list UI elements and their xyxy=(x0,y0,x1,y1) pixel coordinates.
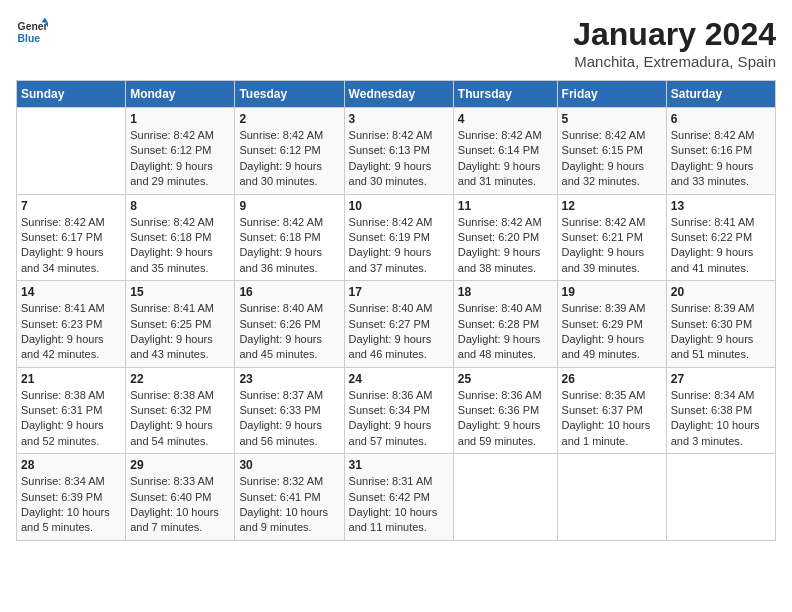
day-number: 28 xyxy=(21,458,121,472)
day-info: Sunrise: 8:35 AM Sunset: 6:37 PM Dayligh… xyxy=(562,388,662,450)
calendar-cell: 30Sunrise: 8:32 AM Sunset: 6:41 PM Dayli… xyxy=(235,454,344,541)
day-info: Sunrise: 8:39 AM Sunset: 6:30 PM Dayligh… xyxy=(671,301,771,363)
calendar-cell: 11Sunrise: 8:42 AM Sunset: 6:20 PM Dayli… xyxy=(453,194,557,281)
calendar-cell xyxy=(453,454,557,541)
calendar-cell xyxy=(17,108,126,195)
day-info: Sunrise: 8:31 AM Sunset: 6:42 PM Dayligh… xyxy=(349,474,449,536)
title-block: January 2024 Manchita, Extremadura, Spai… xyxy=(573,16,776,70)
day-number: 31 xyxy=(349,458,449,472)
day-info: Sunrise: 8:42 AM Sunset: 6:20 PM Dayligh… xyxy=(458,215,553,277)
page-header: General Blue January 2024 Manchita, Extr… xyxy=(16,16,776,70)
calendar-cell: 18Sunrise: 8:40 AM Sunset: 6:28 PM Dayli… xyxy=(453,281,557,368)
calendar-body: 1Sunrise: 8:42 AM Sunset: 6:12 PM Daylig… xyxy=(17,108,776,541)
week-row-4: 21Sunrise: 8:38 AM Sunset: 6:31 PM Dayli… xyxy=(17,367,776,454)
week-row-2: 7Sunrise: 8:42 AM Sunset: 6:17 PM Daylig… xyxy=(17,194,776,281)
day-header-thursday: Thursday xyxy=(453,81,557,108)
day-number: 25 xyxy=(458,372,553,386)
day-number: 23 xyxy=(239,372,339,386)
day-number: 29 xyxy=(130,458,230,472)
day-info: Sunrise: 8:42 AM Sunset: 6:17 PM Dayligh… xyxy=(21,215,121,277)
svg-text:Blue: Blue xyxy=(18,33,41,44)
location-subtitle: Manchita, Extremadura, Spain xyxy=(573,53,776,70)
svg-marker-2 xyxy=(42,18,48,23)
day-number: 17 xyxy=(349,285,449,299)
day-number: 4 xyxy=(458,112,553,126)
day-info: Sunrise: 8:42 AM Sunset: 6:13 PM Dayligh… xyxy=(349,128,449,190)
day-number: 21 xyxy=(21,372,121,386)
day-info: Sunrise: 8:40 AM Sunset: 6:28 PM Dayligh… xyxy=(458,301,553,363)
calendar-cell: 12Sunrise: 8:42 AM Sunset: 6:21 PM Dayli… xyxy=(557,194,666,281)
day-info: Sunrise: 8:37 AM Sunset: 6:33 PM Dayligh… xyxy=(239,388,339,450)
day-number: 18 xyxy=(458,285,553,299)
day-number: 1 xyxy=(130,112,230,126)
day-info: Sunrise: 8:42 AM Sunset: 6:18 PM Dayligh… xyxy=(239,215,339,277)
day-number: 13 xyxy=(671,199,771,213)
day-number: 6 xyxy=(671,112,771,126)
calendar-cell: 28Sunrise: 8:34 AM Sunset: 6:39 PM Dayli… xyxy=(17,454,126,541)
day-number: 27 xyxy=(671,372,771,386)
day-number: 24 xyxy=(349,372,449,386)
day-header-friday: Friday xyxy=(557,81,666,108)
calendar-cell: 29Sunrise: 8:33 AM Sunset: 6:40 PM Dayli… xyxy=(126,454,235,541)
day-info: Sunrise: 8:42 AM Sunset: 6:19 PM Dayligh… xyxy=(349,215,449,277)
day-info: Sunrise: 8:38 AM Sunset: 6:31 PM Dayligh… xyxy=(21,388,121,450)
calendar-cell: 14Sunrise: 8:41 AM Sunset: 6:23 PM Dayli… xyxy=(17,281,126,368)
day-info: Sunrise: 8:38 AM Sunset: 6:32 PM Dayligh… xyxy=(130,388,230,450)
day-header-wednesday: Wednesday xyxy=(344,81,453,108)
calendar-cell: 5Sunrise: 8:42 AM Sunset: 6:15 PM Daylig… xyxy=(557,108,666,195)
week-row-3: 14Sunrise: 8:41 AM Sunset: 6:23 PM Dayli… xyxy=(17,281,776,368)
day-number: 30 xyxy=(239,458,339,472)
day-info: Sunrise: 8:42 AM Sunset: 6:15 PM Dayligh… xyxy=(562,128,662,190)
day-info: Sunrise: 8:41 AM Sunset: 6:23 PM Dayligh… xyxy=(21,301,121,363)
week-row-1: 1Sunrise: 8:42 AM Sunset: 6:12 PM Daylig… xyxy=(17,108,776,195)
day-info: Sunrise: 8:34 AM Sunset: 6:39 PM Dayligh… xyxy=(21,474,121,536)
day-info: Sunrise: 8:33 AM Sunset: 6:40 PM Dayligh… xyxy=(130,474,230,536)
day-number: 16 xyxy=(239,285,339,299)
day-number: 8 xyxy=(130,199,230,213)
day-number: 7 xyxy=(21,199,121,213)
day-info: Sunrise: 8:42 AM Sunset: 6:18 PM Dayligh… xyxy=(130,215,230,277)
calendar-cell: 13Sunrise: 8:41 AM Sunset: 6:22 PM Dayli… xyxy=(666,194,775,281)
calendar-cell: 31Sunrise: 8:31 AM Sunset: 6:42 PM Dayli… xyxy=(344,454,453,541)
day-number: 3 xyxy=(349,112,449,126)
calendar-table: SundayMondayTuesdayWednesdayThursdayFrid… xyxy=(16,80,776,541)
calendar-cell: 27Sunrise: 8:34 AM Sunset: 6:38 PM Dayli… xyxy=(666,367,775,454)
calendar-cell: 20Sunrise: 8:39 AM Sunset: 6:30 PM Dayli… xyxy=(666,281,775,368)
day-info: Sunrise: 8:40 AM Sunset: 6:27 PM Dayligh… xyxy=(349,301,449,363)
calendar-cell: 24Sunrise: 8:36 AM Sunset: 6:34 PM Dayli… xyxy=(344,367,453,454)
day-number: 14 xyxy=(21,285,121,299)
day-info: Sunrise: 8:32 AM Sunset: 6:41 PM Dayligh… xyxy=(239,474,339,536)
day-number: 11 xyxy=(458,199,553,213)
calendar-cell: 7Sunrise: 8:42 AM Sunset: 6:17 PM Daylig… xyxy=(17,194,126,281)
day-number: 2 xyxy=(239,112,339,126)
day-number: 5 xyxy=(562,112,662,126)
calendar-cell xyxy=(666,454,775,541)
calendar-cell: 16Sunrise: 8:40 AM Sunset: 6:26 PM Dayli… xyxy=(235,281,344,368)
day-number: 12 xyxy=(562,199,662,213)
day-number: 19 xyxy=(562,285,662,299)
day-info: Sunrise: 8:36 AM Sunset: 6:34 PM Dayligh… xyxy=(349,388,449,450)
day-info: Sunrise: 8:42 AM Sunset: 6:12 PM Dayligh… xyxy=(130,128,230,190)
day-info: Sunrise: 8:41 AM Sunset: 6:25 PM Dayligh… xyxy=(130,301,230,363)
calendar-cell: 22Sunrise: 8:38 AM Sunset: 6:32 PM Dayli… xyxy=(126,367,235,454)
calendar-cell: 2Sunrise: 8:42 AM Sunset: 6:12 PM Daylig… xyxy=(235,108,344,195)
day-info: Sunrise: 8:41 AM Sunset: 6:22 PM Dayligh… xyxy=(671,215,771,277)
day-info: Sunrise: 8:36 AM Sunset: 6:36 PM Dayligh… xyxy=(458,388,553,450)
calendar-cell: 10Sunrise: 8:42 AM Sunset: 6:19 PM Dayli… xyxy=(344,194,453,281)
svg-text:General: General xyxy=(18,21,48,32)
calendar-cell: 23Sunrise: 8:37 AM Sunset: 6:33 PM Dayli… xyxy=(235,367,344,454)
day-number: 20 xyxy=(671,285,771,299)
calendar-cell: 1Sunrise: 8:42 AM Sunset: 6:12 PM Daylig… xyxy=(126,108,235,195)
calendar-cell: 8Sunrise: 8:42 AM Sunset: 6:18 PM Daylig… xyxy=(126,194,235,281)
day-header-saturday: Saturday xyxy=(666,81,775,108)
calendar-cell xyxy=(557,454,666,541)
week-row-5: 28Sunrise: 8:34 AM Sunset: 6:39 PM Dayli… xyxy=(17,454,776,541)
day-info: Sunrise: 8:42 AM Sunset: 6:21 PM Dayligh… xyxy=(562,215,662,277)
calendar-cell: 26Sunrise: 8:35 AM Sunset: 6:37 PM Dayli… xyxy=(557,367,666,454)
day-info: Sunrise: 8:34 AM Sunset: 6:38 PM Dayligh… xyxy=(671,388,771,450)
calendar-cell: 17Sunrise: 8:40 AM Sunset: 6:27 PM Dayli… xyxy=(344,281,453,368)
calendar-cell: 15Sunrise: 8:41 AM Sunset: 6:25 PM Dayli… xyxy=(126,281,235,368)
calendar-cell: 4Sunrise: 8:42 AM Sunset: 6:14 PM Daylig… xyxy=(453,108,557,195)
day-info: Sunrise: 8:39 AM Sunset: 6:29 PM Dayligh… xyxy=(562,301,662,363)
calendar-cell: 6Sunrise: 8:42 AM Sunset: 6:16 PM Daylig… xyxy=(666,108,775,195)
